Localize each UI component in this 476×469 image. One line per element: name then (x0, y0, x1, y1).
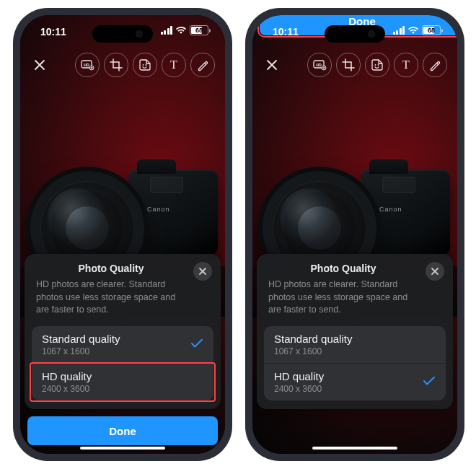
status-time: 10:11 (273, 26, 299, 38)
sheet-close-button[interactable] (193, 262, 212, 281)
hd-quality-button[interactable]: HD (75, 53, 100, 77)
crop-button[interactable] (336, 53, 361, 77)
sheet-close-button[interactable] (426, 262, 444, 281)
phone-screen: Canon 10:11 68 (20, 15, 225, 454)
status-right-cluster: 68 (393, 25, 444, 35)
svg-point-3 (143, 64, 144, 66)
toolbar-button-group: HD T (75, 53, 215, 77)
editor-toolbar: HD T (20, 50, 225, 80)
cellular-signal-icon (393, 26, 405, 35)
option-resolution: 2400 x 3600 (274, 384, 423, 394)
photo-camera-brand: Canon (379, 206, 402, 213)
svg-point-4 (146, 64, 147, 66)
sheet-subtitle: HD photos are clearer. Standard photos u… (36, 279, 186, 316)
status-right-cluster: 68 (161, 25, 211, 35)
draw-button[interactable] (423, 53, 447, 77)
close-button[interactable] (264, 57, 280, 73)
dynamic-island (92, 25, 153, 43)
option-resolution: 1067 x 1600 (42, 346, 190, 356)
option-resolution: 2400 x 3600 (42, 384, 203, 394)
svg-point-8 (375, 64, 376, 66)
sticker-button[interactable] (133, 53, 157, 77)
phone-frame: Canon 10:11 68 (245, 8, 464, 461)
dynamic-island (325, 25, 385, 43)
comparison-stage: Canon 10:11 68 (0, 0, 476, 469)
text-button[interactable]: T (394, 53, 418, 77)
photo-quality-sheet: Photo Quality HD photos are clearer. Sta… (25, 254, 221, 409)
phone-frame: Canon 10:11 68 (13, 8, 232, 461)
checkmark-icon (190, 338, 203, 351)
option-title: Standard quality (42, 333, 190, 345)
home-indicator[interactable] (80, 447, 165, 450)
phone-screen: Canon 10:11 68 (252, 15, 457, 454)
option-standard-quality[interactable]: Standard quality 1067 x 1600 (264, 326, 446, 363)
crop-button[interactable] (104, 53, 128, 77)
wifi-icon (175, 26, 187, 35)
photo-quality-sheet: Photo Quality HD photos are clearer. Sta… (257, 254, 453, 409)
checkmark-icon (423, 376, 436, 389)
battery-indicator: 68 (422, 25, 443, 35)
option-title: Standard quality (274, 333, 436, 345)
cellular-signal-icon (161, 26, 173, 35)
battery-percent: 68 (195, 27, 203, 34)
option-hd-quality[interactable]: HD quality 2400 x 3600 (264, 363, 446, 400)
close-button[interactable] (32, 57, 48, 73)
hd-quality-button[interactable]: HD (307, 53, 332, 77)
quality-option-list: Standard quality 1067 x 1600 HD quality … (264, 326, 446, 400)
wifi-icon (407, 26, 419, 35)
option-title: HD quality (42, 370, 203, 382)
svg-text:HD: HD (84, 63, 89, 67)
option-resolution: 1067 x 1600 (274, 346, 436, 356)
sheet-title: Photo Quality (35, 263, 188, 274)
sticker-button[interactable] (365, 53, 389, 77)
toolbar-button-group: HD T (307, 53, 447, 77)
editor-toolbar: HD T (252, 50, 457, 80)
svg-text:HD: HD (316, 63, 322, 67)
status-time: 10:11 (40, 26, 66, 38)
photo-camera-brand: Canon (147, 206, 170, 213)
done-button-wrap: Done (27, 416, 218, 445)
option-title: HD quality (274, 370, 423, 382)
draw-button[interactable] (190, 53, 215, 77)
option-hd-quality[interactable]: HD quality 2400 x 3600 (32, 363, 213, 400)
sheet-title: Photo Quality (267, 263, 420, 274)
battery-percent: 68 (428, 27, 435, 34)
text-button[interactable]: T (162, 53, 186, 77)
svg-point-9 (378, 64, 379, 66)
home-indicator[interactable] (312, 447, 397, 450)
battery-indicator: 68 (190, 25, 211, 35)
sheet-subtitle: HD photos are clearer. Standard photos u… (268, 279, 418, 316)
done-button[interactable]: Done (27, 416, 218, 445)
option-standard-quality[interactable]: Standard quality 1067 x 1600 (32, 326, 213, 363)
quality-option-list: Standard quality 1067 x 1600 HD quality … (32, 326, 213, 400)
